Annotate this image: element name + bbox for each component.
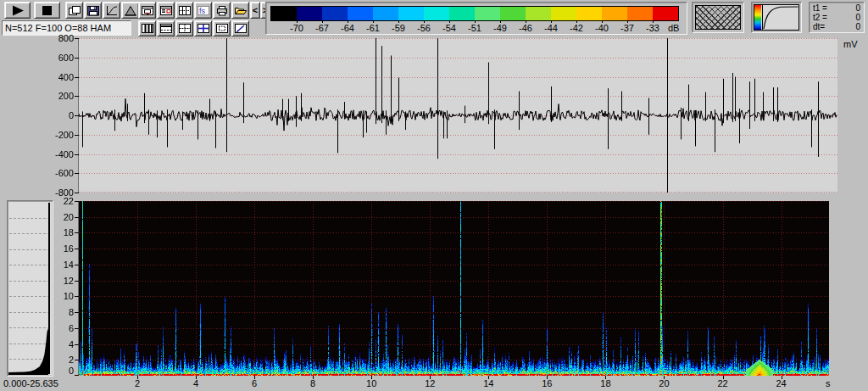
spectrogram-ytick [75, 344, 79, 345]
colorbar-panel: dB -70-67-64-61-59-56-54-51-49-46-44-42-… [265, 2, 687, 35]
open-button[interactable] [231, 2, 249, 19]
waveform-canvas[interactable] [79, 38, 837, 193]
time-readout-value: 0 [855, 3, 860, 13]
grid-full-icon [141, 23, 154, 34]
colorbar-tick-label: -54 [437, 23, 462, 33]
grid-view-4-button[interactable] [194, 20, 212, 36]
spectrogram-xtick [664, 376, 665, 379]
spectrogram-canvas[interactable] [79, 201, 829, 376]
waveform-ytick [75, 77, 79, 78]
waveform-ytick [75, 193, 79, 193]
colorbar-segment [449, 7, 475, 20]
spectrogram-xtick [196, 376, 197, 379]
spectrogram-xtick [547, 376, 548, 379]
colorbar-tick-label: -61 [360, 23, 386, 33]
waveform-ytick-label: 0 [46, 110, 74, 120]
spectrogram-xtick-label: 24 [769, 378, 794, 388]
spectrogram-ytick [75, 265, 79, 265]
colorbar-segment [627, 7, 653, 20]
grid-cross-icon [178, 23, 192, 34]
settings-button[interactable]: fs [194, 2, 212, 19]
colorbar-segment [424, 7, 449, 20]
save-button[interactable] [84, 2, 102, 19]
play-button[interactable] [4, 2, 31, 19]
window-function-icon [124, 5, 137, 16]
time-readout-label: t1 = [813, 3, 827, 13]
play-icon [9, 4, 26, 17]
average-spectrum-panel [7, 200, 53, 377]
spectrogram-xtick-label: 8 [300, 378, 326, 388]
colorbar-segment [348, 7, 373, 20]
curve-button[interactable] [103, 2, 120, 19]
scale-options-button[interactable] [175, 2, 193, 19]
colorbar-segment [526, 7, 551, 20]
waveform-ytick [75, 135, 79, 136]
spectrogram-xtick [137, 376, 138, 379]
colorbar-segment [322, 7, 348, 20]
curve-icon [105, 5, 119, 16]
spectrogram-ytick-label: 6 [52, 323, 74, 333]
waveform-ytick-label: -400 [46, 149, 74, 159]
grid-cross-blue-icon [197, 23, 210, 34]
display-options-button[interactable] [138, 2, 156, 19]
time-unit-label: s [826, 378, 831, 388]
waveform-ytick-label: 400 [46, 72, 74, 82]
window-function-button[interactable] [121, 2, 139, 19]
copy-button[interactable] [65, 2, 83, 19]
copy-icon [68, 5, 81, 16]
time-readout-label: dt= [813, 22, 825, 31]
colormap-curve-icon [754, 4, 799, 31]
scroll-left-button[interactable]: < [250, 2, 260, 19]
spectrogram-ytick [75, 217, 79, 218]
colorbar-tick-label: -64 [335, 23, 360, 33]
time-range-label: 0.000-25.635 [3, 378, 58, 388]
time-readout-value: 0 [855, 22, 860, 31]
spectrogram-xtick-label: 6 [242, 378, 267, 388]
print-button[interactable] [213, 2, 231, 19]
spectrogram-xtick-label: 14 [476, 378, 501, 388]
edit-button[interactable] [231, 20, 249, 36]
spectrogram-ytick [75, 328, 79, 329]
spectrogram-ytick-label: 18 [52, 227, 74, 237]
spectrogram-ytick-label: 0 [52, 366, 74, 376]
average-spectrum-canvas [8, 202, 52, 375]
printer-icon [215, 5, 229, 16]
colorbar-tick-label: -49 [487, 23, 513, 33]
colorbar-segment [475, 7, 500, 20]
colorbar-tick-label: -51 [462, 23, 487, 33]
colorbar-tick-label: -67 [309, 23, 335, 33]
grid-view-5-button[interactable] [213, 20, 231, 36]
grid-upper-icon [159, 23, 173, 34]
spectrogram-xtick [313, 376, 314, 379]
waveform-ytick [75, 38, 79, 39]
time-readout-label: t2 = [813, 13, 827, 22]
colorbar-segment [602, 7, 627, 20]
colorbar-tick-label: -44 [538, 23, 564, 33]
colorbar-segment [271, 7, 297, 20]
colorbar-tick-label: -37 [615, 23, 640, 33]
analysis-options-button[interactable] [157, 2, 175, 19]
colorbar-tick-label: -33 [640, 23, 665, 33]
stop-button[interactable] [34, 2, 60, 19]
colorbar-tick-label: -70 [284, 23, 309, 33]
grid-view-3-button[interactable] [175, 20, 193, 36]
spectrogram-plot[interactable] [79, 201, 829, 376]
time-readout-row: t1 =0 [810, 3, 864, 13]
colorbar-tick-label: -46 [513, 23, 538, 33]
waveform-ytick-label: 600 [46, 53, 74, 63]
spectrogram-xtick [430, 376, 431, 379]
spectrogram-xtick-label: 4 [183, 378, 209, 388]
pattern-panel [692, 2, 744, 33]
spectrogram-xtick [371, 376, 372, 379]
waveform-plot[interactable] [79, 38, 837, 193]
spectrogram-ytick [75, 201, 79, 202]
grid-view-1-button[interactable] [138, 20, 156, 36]
time-readout-row: t2 =0 [810, 13, 864, 22]
waveform-unit-label: mV [843, 39, 858, 49]
waveform-ytick [75, 115, 79, 116]
colorbar-segment [551, 7, 576, 20]
colorbar-tick-label: -40 [589, 23, 615, 33]
grid-view-2-button[interactable] [157, 20, 175, 36]
waveform-ytick [75, 58, 79, 59]
spectrogram-ytick-label: 16 [52, 243, 74, 254]
